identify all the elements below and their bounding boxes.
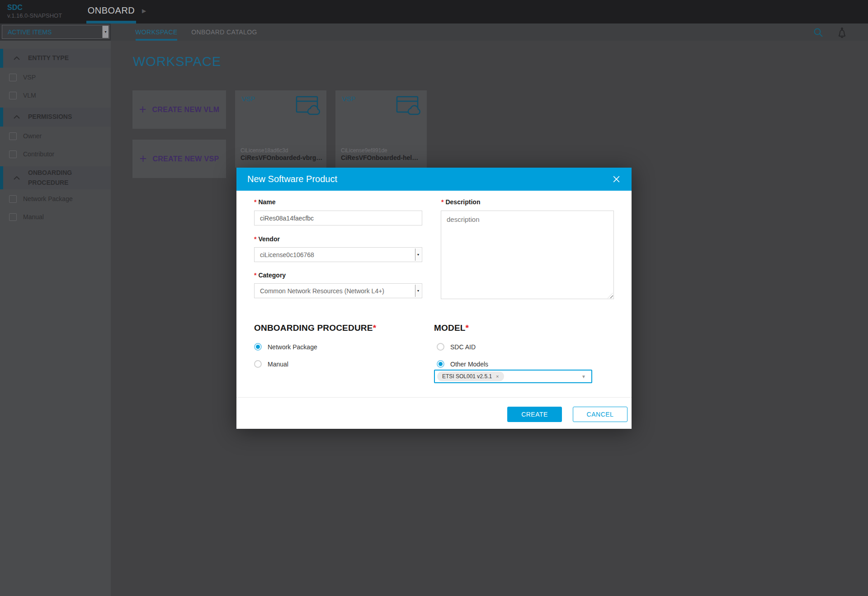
checkbox-owner[interactable] (9, 132, 17, 140)
close-button[interactable] (612, 175, 621, 183)
bell-icon (836, 27, 848, 39)
required-asterisk: * (254, 198, 256, 206)
app-logo-text: SDC (7, 3, 62, 12)
dropdown-caret-icon[interactable]: ▼ (581, 374, 586, 379)
vendor-label: *Vendor (254, 235, 280, 243)
filter-item-vsp: VSP (0, 69, 111, 86)
filter-item-label: VSP (23, 74, 36, 81)
remove-tag-icon[interactable]: × (496, 374, 499, 379)
required-asterisk: * (373, 323, 377, 333)
vendor-select[interactable]: ciLicense0c106768 ▾ (254, 247, 422, 262)
radio-manual[interactable] (254, 360, 262, 368)
create-new-vlm-label: CREATE NEW VLM (152, 106, 219, 114)
required-asterisk: * (441, 198, 443, 206)
search-button[interactable] (812, 26, 825, 39)
page-title: WORKSPACE (133, 54, 221, 69)
radio-label: SDC AID (450, 343, 476, 351)
top-tab-onboard[interactable]: ONBOARD (87, 0, 136, 21)
app-logo: SDC v.1.16.0-SNAPSHOT (7, 3, 62, 19)
chevron-up-icon (14, 176, 20, 180)
chevron-up-icon (14, 56, 20, 60)
active-items-value: ACTIVE ITEMS (8, 28, 52, 36)
filter-section-permissions[interactable]: PERMISSIONS (0, 108, 111, 127)
filter-item-label: VLM (23, 92, 36, 99)
footer-divider (236, 397, 632, 398)
card-type-badge: VSP (241, 95, 255, 103)
filter-section-title: ENTITY TYPE (28, 53, 88, 63)
filter-item-network-package: Network Package (0, 190, 111, 207)
filter-item-contributor: Contributor (0, 145, 111, 163)
active-items-select[interactable]: ACTIVE ITEMS ▾ (2, 25, 109, 39)
filter-item-owner: Owner (0, 127, 111, 145)
filter-item-label: Manual (23, 213, 44, 221)
name-label: *Name (254, 198, 276, 206)
radio-label: Network Package (268, 343, 317, 351)
create-button[interactable]: CREATE (507, 407, 562, 422)
other-models-multiselect[interactable]: ETSI SOL001 v2.5.1 × ▼ (434, 370, 592, 383)
onboard-arrow-icon[interactable]: ▶ (142, 8, 146, 14)
required-asterisk: * (254, 235, 256, 243)
category-select[interactable]: Common Network Resources (Network L4+) ▾ (254, 283, 422, 298)
create-new-vsp-label: CREATE NEW VSP (152, 155, 219, 163)
filter-item-label: Contributor (23, 150, 54, 158)
radio-row-manual: Manual (254, 360, 288, 368)
name-input[interactable] (254, 211, 422, 225)
radio-other-models[interactable] (437, 360, 444, 368)
onboarding-procedure-heading: ONBOARDING PROCEDURE* (254, 323, 376, 333)
radio-network-package[interactable] (254, 343, 262, 351)
catalog-toolbar: ACTIVE ITEMS ▾ WORKSPACE ONBOARD CATALOG (0, 23, 868, 41)
filter-item-label: Owner (23, 132, 42, 140)
select-caret-icon[interactable]: ▾ (102, 26, 108, 38)
software-product-icon (396, 96, 421, 116)
plus-icon: + (140, 153, 147, 165)
filter-section-entity-type[interactable]: ENTITY TYPE (0, 49, 111, 68)
category-select-value: Common Network Resources (Network L4+) (260, 287, 384, 295)
select-caret-icon[interactable]: ▾ (415, 249, 421, 261)
cancel-button[interactable]: CANCEL (573, 407, 627, 422)
tab-onboard-catalog[interactable]: ONBOARD CATALOG (190, 23, 259, 41)
top-bar: SDC v.1.16.0-SNAPSHOT ONBOARD ▶ (0, 0, 868, 23)
radio-row-other-models: Other Models (437, 360, 488, 368)
required-asterisk: * (466, 323, 469, 333)
create-new-vlm-button[interactable]: + CREATE NEW VLM (132, 90, 226, 129)
required-asterisk: * (254, 272, 256, 279)
model-tag-label: ETSI SOL001 v2.5.1 (442, 373, 492, 380)
checkbox-vsp[interactable] (9, 74, 17, 81)
vsp-card[interactable]: VSP CiLicense9ef891de CiResVFOnboarded-h… (335, 90, 427, 168)
checkbox-vlm[interactable] (9, 92, 17, 99)
card-name: CiResVFOnboarded-hel… (341, 154, 423, 161)
app-version: v.1.16.0-SNAPSHOT (7, 12, 62, 19)
filter-section-title: ONBOARDING PROCEDURE (28, 168, 88, 188)
card-name: CiResVFOnboarded-vbrg… (241, 154, 323, 161)
new-software-product-modal: New Software Product *Name *Vendor ciLic… (236, 168, 632, 429)
software-product-icon (296, 96, 321, 116)
description-label: *Description (441, 198, 480, 206)
checkbox-manual[interactable] (9, 213, 17, 221)
vsp-card[interactable]: VSP CiLicense18ad6c3d CiResVFOnboarded-v… (235, 90, 326, 168)
filter-section-onboarding-procedure[interactable]: ONBOARDING PROCEDURE (0, 166, 111, 189)
select-caret-icon[interactable]: ▾ (415, 285, 421, 297)
tab-workspace[interactable]: WORKSPACE (136, 23, 177, 41)
modal-title: New Software Product (247, 174, 337, 184)
chevron-up-icon (14, 115, 20, 119)
filter-sidebar: ENTITY TYPE VSP VLM PERMISSIONS Owner Co… (0, 41, 111, 596)
filter-item-label: Network Package (23, 195, 73, 202)
model-tag: ETSI SOL001 v2.5.1 × (437, 371, 504, 381)
checkbox-contributor[interactable] (9, 150, 17, 158)
vendor-select-value: ciLicense0c106768 (260, 251, 314, 258)
card-vendor: CiLicense18ad6c3d (241, 147, 288, 154)
radio-label: Other Models (450, 361, 488, 368)
radio-row-sdc-aid: SDC AID (437, 343, 476, 351)
checkbox-network-package[interactable] (9, 195, 17, 203)
description-textarea[interactable]: description (441, 211, 614, 299)
radio-label: Manual (268, 361, 288, 368)
radio-sdc-aid[interactable] (437, 343, 444, 351)
filter-item-manual: Manual (0, 208, 111, 225)
close-icon (612, 175, 621, 183)
notifications-button[interactable] (835, 26, 848, 39)
search-icon (813, 27, 824, 38)
card-vendor: CiLicense9ef891de (341, 147, 387, 154)
create-new-vsp-button[interactable]: + CREATE NEW VSP (132, 140, 226, 178)
filter-toolbar: ACTIVE ITEMS ▾ (0, 23, 111, 41)
modal-header: New Software Product (236, 168, 632, 191)
